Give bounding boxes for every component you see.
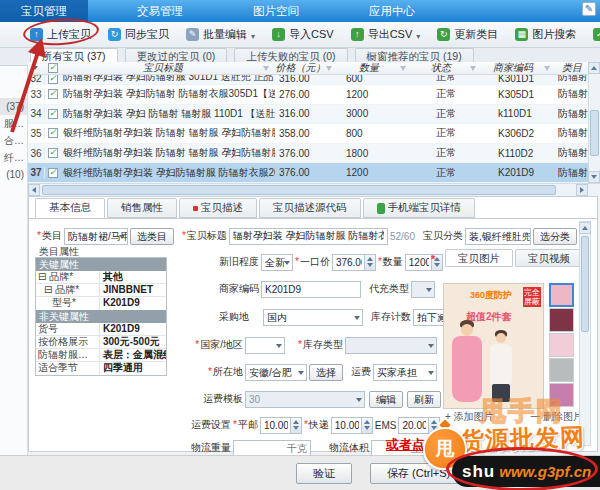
header-status[interactable]: 状态 [412, 62, 482, 75]
table-row[interactable]: 32 防辐射孕妇装 孕妇防辐射服 301D1 送肚兜 正品 316.00 600… [28, 75, 588, 85]
freight-template-select[interactable]: 30 [245, 391, 365, 408]
image-thumbnail[interactable] [549, 308, 574, 332]
stock-type-select[interactable] [345, 337, 437, 354]
express-fee-stepper[interactable] [331, 417, 373, 434]
cell-code: K201D9 [482, 167, 556, 178]
prop-row[interactable]: 按价格展示 300元-500元 [36, 336, 166, 349]
table-row[interactable]: 34 防辐射孕妇装 孕妇 防辐射 辐射服 110D1 【送肚兜】正品 316.0… [28, 105, 588, 125]
table-horizontal-scrollbar[interactable] [28, 183, 600, 196]
choose-classify-button[interactable]: 选分类 [533, 228, 577, 245]
freight-template-label: 运费模板 [191, 392, 243, 406]
spinner-icon[interactable] [361, 418, 372, 433]
edit-list-icon[interactable] [582, 2, 596, 16]
table-row[interactable]: 36 银纤维防辐射孕妇装 防辐射 辐射服 孕妇防辐射服110D2正品 376.0… [28, 144, 588, 164]
scrollbar-thumb[interactable] [590, 110, 599, 156]
image-thumbnail[interactable] [549, 358, 574, 382]
detail-tab[interactable]: 基本信息 [35, 198, 105, 218]
filter-funnel-icon[interactable] [400, 66, 406, 71]
nav-tab[interactable]: 应用中心 [348, 0, 436, 22]
scroll-left-icon[interactable] [28, 184, 40, 196]
header-price[interactable]: 价格（元） [275, 62, 338, 75]
filter-funnel-icon[interactable] [326, 66, 332, 71]
spinner-icon[interactable] [290, 418, 301, 433]
cell-qty: 1200 [338, 167, 412, 178]
image-thumbnail[interactable] [549, 333, 574, 357]
dropdown-caret-icon [416, 32, 420, 42]
toolbar-button-icon: ↓ [272, 28, 285, 41]
toolbar-button[interactable]: ↻ 更新类目 [437, 27, 498, 42]
detail-tab[interactable]: 宝贝描述源代码 [259, 198, 361, 218]
refresh-template-button[interactable]: 刷新 [407, 391, 441, 408]
toolbar-button[interactable]: ↻ 同步宝贝 [108, 27, 169, 42]
table-row[interactable]: 37 银纤维防辐射孕妇装 孕妇防辐射服 防辐射衣服201D9 正品 376.00… [28, 163, 588, 183]
toolbar-button[interactable]: ▦ 图片搜索 [515, 27, 576, 42]
image-tab[interactable]: 宝贝视频 [515, 249, 583, 267]
toolbar-button-label: 更新类目 [454, 27, 498, 42]
detail-tab[interactable]: 手机端宝贝详情 [363, 198, 476, 218]
scroll-right-icon[interactable] [576, 184, 588, 196]
row-checkbox[interactable] [45, 148, 63, 158]
row-checkbox[interactable] [45, 168, 63, 178]
header-qty[interactable]: 数量 [338, 62, 412, 75]
table-row[interactable]: 35 银纤维防辐射孕妇装 防辐射 辐射服 孕妇防辐射服306D2正品 358.0… [28, 124, 588, 144]
category-select[interactable]: 防辐射裙/马甲 [64, 228, 128, 245]
freight-select[interactable]: 买家承担 [373, 364, 437, 381]
price-stepper[interactable] [332, 254, 376, 271]
filter-funnel-icon[interactable] [544, 66, 550, 71]
footer-button[interactable]: 验证 [296, 463, 352, 484]
detail-tab[interactable]: 宝贝描述 [179, 198, 257, 218]
header-title[interactable]: 宝贝标题 [63, 62, 275, 75]
choose-location-button[interactable]: 选择 [309, 364, 343, 381]
cell-code: k110D1 [482, 108, 556, 119]
stock-count-select[interactable]: 拍下减库存 [413, 309, 447, 326]
sidebar-item[interactable]: 纤… [0, 149, 27, 166]
nav-tab[interactable]: 交易管理 [116, 0, 204, 22]
scrollbar-thumb[interactable] [581, 236, 589, 332]
prop-row[interactable]: ⊟ 品牌* 其他 [36, 271, 166, 284]
scroll-up-icon[interactable] [579, 222, 591, 234]
filter-funnel-icon[interactable] [263, 66, 269, 71]
toolbar-button[interactable]: ✎ 批量编辑 [186, 27, 255, 42]
product-image[interactable]: 360度防护 完全屏蔽 超值2件套 [443, 283, 544, 409]
nav-tab[interactable]: 图片空间 [232, 0, 320, 22]
prop-row[interactable]: ⊟ 品牌* JINBBNET [36, 284, 166, 297]
scroll-up-icon[interactable] [588, 62, 600, 74]
prop-row[interactable]: 适合季节 四季通用 [36, 362, 166, 375]
prop-row[interactable]: 货号 K201D9 [36, 323, 166, 336]
table-vertical-scrollbar[interactable] [588, 62, 600, 183]
purchase-place-select[interactable]: 国内 [263, 309, 363, 326]
dropdown-caret-icon [251, 32, 255, 42]
prop-row[interactable]: 防辐射服… 表层：金属混纺纤… [36, 349, 166, 362]
cell-status: 正常 [412, 146, 482, 160]
key-props-header: 关键属性 [36, 258, 166, 271]
merchant-code-input[interactable] [261, 281, 361, 298]
sidebar-item[interactable]: (10) [0, 166, 27, 183]
header-category[interactable]: 类目 [556, 62, 588, 75]
title-input[interactable] [229, 228, 388, 245]
location-select[interactable]: 安徽/合肥 [245, 364, 307, 381]
scroll-down-icon[interactable] [588, 171, 600, 183]
detail-vertical-scrollbar[interactable] [579, 221, 591, 446]
header-code[interactable]: 商家编码 [482, 62, 556, 75]
spinner-icon[interactable] [364, 255, 375, 270]
edit-template-button[interactable]: 编辑 [369, 391, 403, 408]
prop-row[interactable]: 型号* K201D9 [36, 297, 166, 310]
quantity-stepper[interactable] [405, 254, 443, 271]
country-select[interactable] [245, 337, 285, 354]
choose-category-button[interactable]: 选类目 [130, 228, 174, 245]
image-thumbnail[interactable] [549, 283, 574, 307]
toolbar-button[interactable]: ↑ 导出CSV [351, 27, 421, 42]
weight-input[interactable] [233, 440, 311, 457]
detail-tab[interactable]: 销售属性 [107, 198, 177, 218]
toolbar-button[interactable]: ✓ 违规验证 [593, 27, 600, 42]
freight-setting-label: 运费设置 [179, 418, 231, 432]
toolbar-button[interactable]: ↓ 导入CSV [272, 27, 334, 42]
app-window: 宝贝管理 交易管理 图片空间 应用中心 ↑ 上传宝贝 ↻ 同步宝贝 ✎ 批量编辑 [0, 0, 600, 490]
post-fee-stepper[interactable] [260, 417, 302, 434]
scrollbar-thumb[interactable] [42, 185, 556, 195]
filter-funnel-icon[interactable] [470, 66, 476, 71]
image-tab[interactable]: 宝贝图片 [445, 249, 513, 267]
recharge-type-select[interactable] [411, 281, 435, 298]
table-row[interactable]: 33 防辐射孕妇装 孕妇防辐射 防辐射衣服305D1【送肚兜】正品 276.00… [28, 85, 588, 105]
condition-select[interactable]: 全新 [261, 254, 293, 271]
